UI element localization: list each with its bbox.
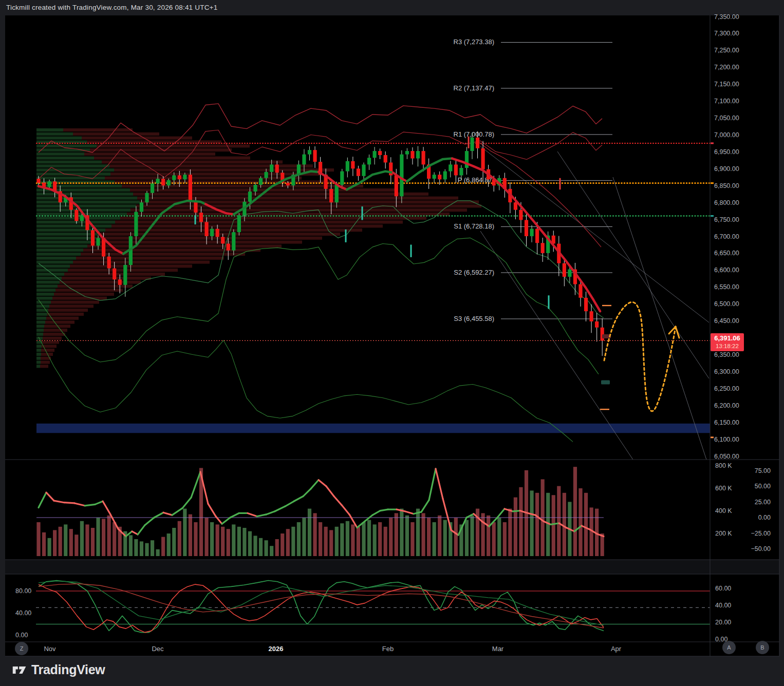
svg-text:75.00: 75.00: [755, 467, 771, 474]
svg-text:40.00: 40.00: [15, 609, 31, 617]
time-axis-month-2026: 2026: [260, 645, 291, 653]
svg-text:7,200.00: 7,200.00: [714, 64, 739, 71]
svg-text:7,050.00: 7,050.00: [714, 115, 739, 122]
svg-text:6,550.00: 6,550.00: [714, 283, 739, 291]
time-axis-month-apr: Apr: [601, 645, 631, 653]
pivot-label: S3 (6,455.58): [454, 315, 494, 322]
last-price-value: 6,391.06: [714, 334, 740, 342]
svg-text:7,350.00: 7,350.00: [714, 13, 739, 21]
pivot-label: R2 (7,137.47): [454, 84, 495, 92]
pivot-label: R1 (7,000.78): [454, 130, 495, 138]
tradingview-logo-text: TradingView: [31, 662, 105, 677]
svg-text:6,350.00: 6,350.00: [714, 351, 739, 358]
svg-text:800 K: 800 K: [715, 462, 732, 469]
svg-text:7,300.00: 7,300.00: [714, 30, 739, 37]
svg-text:6,450.00: 6,450.00: [714, 317, 739, 325]
svg-text:6,300.00: 6,300.00: [714, 368, 739, 375]
svg-text:200 K: 200 K: [715, 530, 732, 537]
scale-b-button[interactable]: B: [756, 641, 769, 654]
trading-chart-canvas[interactable]: R3 (7,273.38)R2 (7,137.47)R1 (7,000.78)P…: [0, 0, 784, 686]
svg-text:7,100.00: 7,100.00: [714, 98, 739, 105]
time-axis-month-mar: Mar: [482, 645, 513, 653]
svg-text:0.00: 0.00: [758, 514, 771, 521]
svg-text:400 K: 400 K: [715, 507, 732, 514]
svg-text:6,750.00: 6,750.00: [714, 216, 739, 223]
svg-text:6,600.00: 6,600.00: [714, 266, 739, 274]
svg-text:20.00: 20.00: [715, 619, 731, 626]
svg-text:−25.00: −25.00: [751, 530, 771, 537]
svg-text:7,000.00: 7,000.00: [714, 131, 739, 139]
svg-text:6,900.00: 6,900.00: [714, 165, 739, 173]
pivot-label: R3 (7,273.38): [454, 38, 495, 46]
blue-zone-band[interactable]: [36, 424, 710, 433]
time-axis-month-feb: Feb: [372, 645, 403, 653]
svg-text:60.00: 60.00: [715, 585, 731, 592]
svg-text:6,700.00: 6,700.00: [714, 233, 739, 240]
pivot-label: S1 (6,728.18): [454, 222, 494, 230]
signal-badge: [601, 380, 610, 384]
svg-text:6,250.00: 6,250.00: [714, 385, 739, 392]
svg-text:6,150.00: 6,150.00: [714, 419, 739, 426]
svg-text:25.00: 25.00: [755, 499, 771, 506]
svg-text:80.00: 80.00: [15, 587, 31, 595]
header-attribution: Tickmill created with TradingView.com, M…: [6, 4, 217, 11]
scale-a-button[interactable]: A: [722, 641, 736, 654]
svg-text:40.00: 40.00: [715, 602, 731, 609]
svg-text:−50.00: −50.00: [751, 545, 771, 552]
svg-text:0.00: 0.00: [15, 632, 28, 639]
bar-countdown: 13:18:22: [716, 342, 739, 350]
svg-text:6,200.00: 6,200.00: [714, 402, 739, 409]
svg-text:7,150.00: 7,150.00: [714, 81, 739, 88]
last-price-badge: 6,391.06 13:18:22: [711, 333, 744, 351]
time-axis-month-dec: Dec: [142, 645, 173, 653]
svg-text:600 K: 600 K: [715, 485, 732, 492]
scale-z-button[interactable]: Z: [15, 642, 28, 655]
chart-root: R3 (7,273.38)R2 (7,137.47)R1 (7,000.78)P…: [0, 0, 784, 686]
svg-text:6,050.00: 6,050.00: [714, 453, 739, 460]
tradingview-logo-icon: [12, 664, 27, 676]
svg-text:6,850.00: 6,850.00: [714, 182, 739, 189]
svg-text:6,100.00: 6,100.00: [714, 436, 739, 443]
svg-text:6,800.00: 6,800.00: [714, 199, 739, 206]
svg-text:50.00: 50.00: [755, 483, 771, 490]
svg-text:7,250.00: 7,250.00: [714, 47, 739, 54]
time-axis-month-nov: Nov: [34, 645, 65, 653]
svg-text:6,950.00: 6,950.00: [714, 148, 739, 156]
svg-text:6,500.00: 6,500.00: [714, 300, 739, 308]
svg-text:6,650.00: 6,650.00: [714, 250, 739, 257]
pivot-label: S2 (6,592.27): [454, 269, 494, 276]
tradingview-logo[interactable]: TradingView: [12, 662, 105, 677]
